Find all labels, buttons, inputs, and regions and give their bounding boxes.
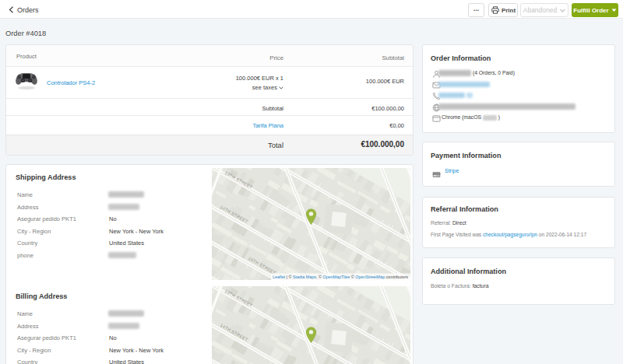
svg-text:Leaflet | © Stadia Maps, © Ope: Leaflet | © Stadia Maps, © OpenMapTiles … (273, 275, 408, 279)
